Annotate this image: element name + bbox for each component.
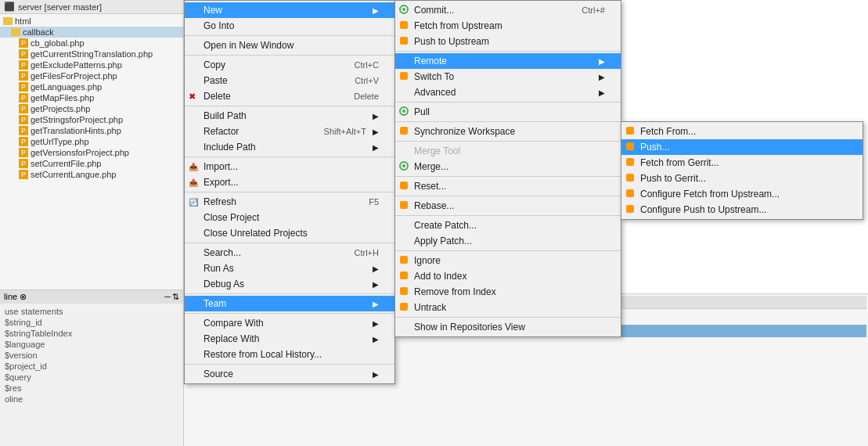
- menu-separator: [395, 176, 621, 177]
- tree-item-getcurrent[interactable]: P getCurrentStringTranslation.php: [0, 49, 183, 59]
- tree-item-setcurrent[interactable]: P setCurrentFile.php: [0, 158, 183, 169]
- menu-item-new[interactable]: New ▶: [185, 2, 394, 18]
- tree-item-gettrans[interactable]: P getTranslationHints.php: [0, 125, 183, 136]
- fetch-from-icon: [625, 125, 636, 138]
- tree-item-getprojects[interactable]: P getProjects.php: [0, 103, 183, 114]
- menu-separator: [395, 102, 621, 103]
- menu-item-push-gerrit[interactable]: Push to Gerrit...: [621, 171, 863, 186]
- menu-item-advanced[interactable]: Advanced ▶: [395, 85, 621, 100]
- menu-item-include-path-label: Include Path: [203, 142, 366, 153]
- tree-item-getversions[interactable]: P getVersionsforProject.php: [0, 147, 183, 158]
- submenu-arrow-icon: ▶: [373, 112, 379, 120]
- menu-item-debug-as[interactable]: Debug As ▶: [185, 276, 394, 292]
- menu-item-fetch-upstream[interactable]: Fetch from Upstream: [395, 18, 621, 34]
- menu-item-replace-with[interactable]: Replace With ▶: [185, 331, 394, 347]
- menu-item-restore[interactable]: Restore from Local History...: [185, 347, 394, 362]
- menu-item-build-path[interactable]: Build Path ▶: [185, 108, 394, 124]
- file-icon: P: [19, 148, 28, 157]
- tree-item-getfiles[interactable]: P getFilesForProject.php: [0, 70, 183, 81]
- svg-rect-19: [626, 174, 634, 182]
- menu-item-untrack[interactable]: Untrack: [395, 300, 621, 315]
- menu-item-reset[interactable]: Reset...: [395, 178, 621, 194]
- sort-icon[interactable]: ⇅: [172, 292, 179, 302]
- menu-item-apply-patch[interactable]: Apply Patch...: [395, 233, 621, 249]
- menu-item-close-project[interactable]: Close Project: [185, 210, 394, 225]
- menu-item-synchronize[interactable]: Synchronize Workspace: [395, 124, 621, 139]
- submenu-arrow-icon: ▶: [373, 335, 379, 343]
- tree-item-getstrings[interactable]: P getStringsforProject.php: [0, 114, 183, 125]
- menu-item-export[interactable]: 📤 Export...: [185, 174, 394, 190]
- menu-item-pull-label: Pull: [414, 106, 605, 117]
- menu-item-paste[interactable]: Paste Ctrl+V: [185, 73, 394, 88]
- menu-item-refresh[interactable]: 🔃 Refresh F5: [185, 194, 394, 210]
- menu-item-pull[interactable]: Pull: [395, 104, 621, 120]
- menu-item-ignore[interactable]: Ignore: [395, 253, 621, 268]
- tree-item-geturltype[interactable]: P getUrlType.php: [0, 136, 183, 147]
- tree-item-label: getLanguages.php: [31, 82, 102, 92]
- menu-item-remote[interactable]: Remote ▶: [395, 53, 621, 69]
- menu-item-rebase-label: Rebase...: [414, 200, 605, 211]
- menu-item-create-patch[interactable]: Create Patch...: [395, 218, 621, 233]
- delete-icon: ✖: [189, 92, 196, 102]
- tree-item-callback[interactable]: callback: [0, 27, 183, 38]
- menu-item-replace-with-label: Replace With: [203, 333, 366, 344]
- menu-item-search[interactable]: Search... Ctrl+H: [185, 245, 394, 261]
- menu-item-go-into[interactable]: Go Into: [185, 18, 394, 34]
- menu-item-push[interactable]: Push...: [621, 139, 863, 155]
- menu-item-source[interactable]: Source ▶: [185, 366, 394, 382]
- menu-item-refactor[interactable]: Refactor Shift+Alt+T ▶: [185, 124, 394, 139]
- menu-item-fetch-gerrit[interactable]: Fetch from Gerrit...: [621, 155, 863, 171]
- menu-item-run-as[interactable]: Run As ▶: [185, 261, 394, 276]
- menu-item-import[interactable]: 📥 Import...: [185, 159, 394, 174]
- export-icon: 📤: [189, 178, 198, 187]
- menu-item-show-repos[interactable]: Show in Repositories View: [395, 319, 621, 335]
- svg-point-6: [402, 110, 405, 113]
- untrack-icon: [398, 301, 409, 315]
- menu-item-merge[interactable]: Merge...: [395, 159, 621, 174]
- menu-item-copy[interactable]: Copy Ctrl+C: [185, 57, 394, 73]
- tree-item-getlang[interactable]: P getLanguages.php: [0, 81, 183, 92]
- menu-item-remove-index[interactable]: Remove from Index: [395, 284, 621, 300]
- svg-rect-12: [400, 256, 408, 264]
- menu-item-team[interactable]: Team ▶: [185, 296, 394, 311]
- menu-separator: [395, 196, 621, 196]
- menu-item-push-upstream[interactable]: Push to Upstream: [395, 34, 621, 49]
- menu-item-include-path[interactable]: Include Path ▶: [185, 139, 394, 155]
- menu-item-debug-as-label: Debug As: [203, 279, 366, 290]
- menu-item-fetch-upstream-label: Fetch from Upstream: [414, 20, 605, 31]
- menu-item-push-gerrit-label: Push to Gerrit...: [640, 173, 847, 184]
- menu-item-close-unrelated[interactable]: Close Unrelated Projects: [185, 225, 394, 241]
- var-use-statements: use statements: [5, 306, 178, 317]
- menu-separator: [395, 121, 621, 122]
- submenu-arrow-icon: ▶: [373, 128, 379, 136]
- bottom-strip-header: line ⊗ ─ ⇅: [0, 290, 183, 304]
- svg-rect-10: [400, 182, 408, 189]
- tree-item-label: setCurrentFile.php: [31, 159, 102, 168]
- menu-item-close-project-label: Close Project: [203, 212, 379, 223]
- tree-item-setlangue[interactable]: P setCurrentLangue.php: [0, 169, 183, 180]
- submenu-arrow-icon: ▶: [373, 264, 379, 273]
- menu-item-switch-to[interactable]: Switch To ▶: [395, 69, 621, 85]
- push-gerrit-icon: [625, 172, 636, 185]
- menu-item-config-push[interactable]: Configure Push to Upstream...: [621, 202, 863, 218]
- menu-item-rebase[interactable]: Rebase...: [395, 198, 621, 214]
- tree-item-getmap[interactable]: P getMapFiles.php: [0, 92, 183, 103]
- svg-rect-21: [626, 205, 634, 213]
- menu-item-close-unrelated-label: Close Unrelated Projects: [203, 228, 379, 239]
- tree-item-html[interactable]: html: [0, 16, 183, 27]
- menu-item-push-label: Push...: [640, 142, 847, 153]
- menu-item-commit[interactable]: Commit... Ctrl+#: [395, 2, 621, 18]
- menu-item-fetch-from[interactable]: Fetch From...: [621, 124, 863, 139]
- menu-item-delete[interactable]: ✖ Delete Delete: [185, 88, 394, 104]
- tree-item-cb-global[interactable]: P cb_global.php: [0, 38, 183, 49]
- menu-item-compare-with[interactable]: Compare With ▶: [185, 315, 394, 331]
- menu-item-add-index[interactable]: Add to Index: [395, 268, 621, 284]
- config-push-icon: [625, 203, 636, 217]
- minus-icon[interactable]: ─: [164, 292, 171, 302]
- menu-item-open-window[interactable]: Open in New Window: [185, 38, 394, 53]
- tree-item-getexclude[interactable]: P getExcludePatterns.php: [0, 59, 183, 70]
- menu-item-merge-tool-label: Merge Tool: [414, 146, 605, 156]
- file-icon: P: [19, 104, 28, 113]
- menu-item-build-path-label: Build Path: [203, 110, 366, 121]
- menu-item-config-fetch[interactable]: Configure Fetch from Upstream...: [621, 186, 863, 202]
